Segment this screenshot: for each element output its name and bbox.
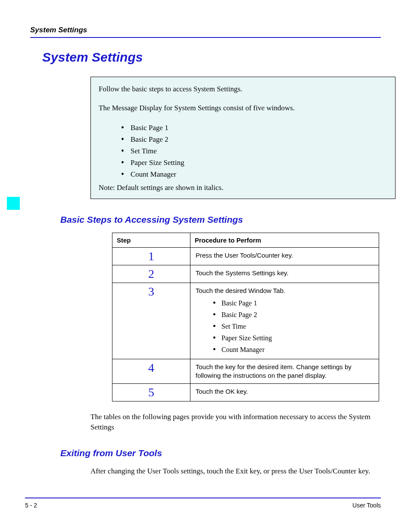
section-heading-basic-steps: Basic Steps to Accessing System Settings [60, 215, 381, 225]
intro-note-box: Follow the basic steps to access System … [90, 77, 395, 199]
list-item: Paper Size Setting [121, 157, 387, 168]
list-item: Count Manager [121, 168, 387, 180]
step-number: 2 [112, 265, 190, 283]
step-procedure: Touch the Systems Settings key. [190, 265, 379, 283]
list-item: Basic Page 1 [121, 122, 387, 134]
step-number: 4 [112, 359, 190, 384]
table-row: 4 Touch the key for the desired item. Ch… [112, 359, 379, 384]
thumb-index-tab [7, 197, 20, 210]
list-item: Set Time [213, 320, 374, 332]
running-header: System Settings [30, 26, 381, 38]
list-item: Basic Page 2 [213, 309, 374, 320]
page-footer: 5 - 2 User Tools [25, 498, 381, 509]
intro-window-list: Basic Page 1 Basic Page 2 Set Time Paper… [121, 122, 387, 180]
page-content: System Settings System Settings Follow t… [0, 0, 411, 476]
intro-paragraph-2: The Message Display for System Settings … [99, 103, 387, 113]
table-row: 5 Touch the OK key. [112, 384, 379, 401]
step-procedure: Touch the OK key. [190, 384, 379, 401]
page-title: System Settings [42, 50, 381, 65]
exiting-paragraph: After changing the User Tools settings, … [90, 466, 379, 476]
list-item: Basic Page 1 [213, 297, 374, 309]
list-item: Count Manager [213, 344, 374, 355]
intro-note: Note: Default settings are shown in ital… [99, 183, 387, 193]
table-header-step: Step [112, 233, 190, 248]
step-number: 5 [112, 384, 190, 401]
list-item: Basic Page 2 [121, 134, 387, 145]
list-item: Set Time [121, 145, 387, 157]
table-row: 1 Press the User Tools/Counter key. [112, 248, 379, 265]
step-procedure-text: Touch the desired Window Tab. [196, 287, 285, 294]
section-heading-exiting: Exiting from User Tools [60, 448, 381, 458]
table-row: 3 Touch the desired Window Tab. Basic Pa… [112, 283, 379, 359]
list-item: Paper Size Setting [213, 332, 374, 344]
step-procedure: Press the User Tools/Counter key. [190, 248, 379, 265]
footer-section-name: User Tools [352, 502, 381, 509]
table-row: 2 Touch the Systems Settings key. [112, 265, 379, 283]
footer-page-number: 5 - 2 [25, 502, 37, 509]
step-procedure: Touch the key for the desired item. Chan… [190, 359, 379, 384]
steps-table: Step Procedure to Perform 1 Press the Us… [112, 233, 379, 401]
step-procedure: Touch the desired Window Tab. Basic Page… [190, 283, 379, 359]
table-header-procedure: Procedure to Perform [190, 233, 379, 248]
after-table-paragraph: The tables on the following pages provid… [90, 412, 379, 432]
step-number: 1 [112, 248, 190, 265]
intro-paragraph-1: Follow the basic steps to access System … [99, 84, 387, 94]
step-number: 3 [112, 283, 190, 359]
window-tab-list: Basic Page 1 Basic Page 2 Set Time Paper… [213, 297, 374, 355]
